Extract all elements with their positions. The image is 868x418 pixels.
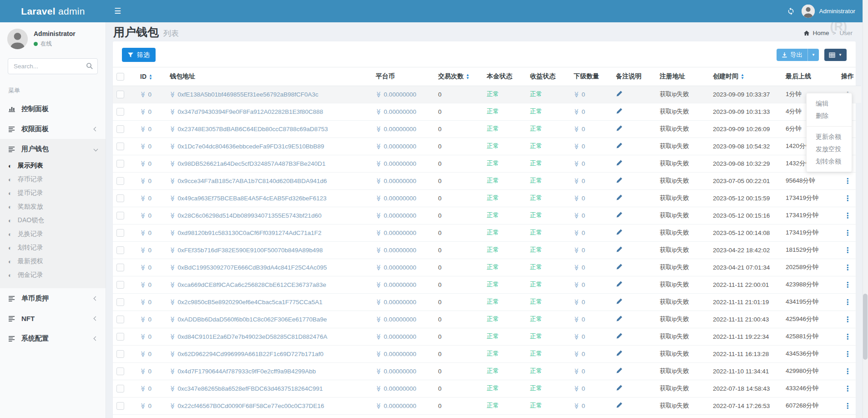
expand-chevron-icon[interactable]: ≫ <box>140 351 146 357</box>
edit-note-icon[interactable] <box>616 195 623 202</box>
edit-note-icon[interactable] <box>616 161 623 168</box>
row-checkbox[interactable] <box>116 402 124 410</box>
expand-chevron-icon[interactable]: ≫ <box>169 333 176 340</box>
row-checkbox[interactable] <box>116 385 124 393</box>
row-checkbox[interactable] <box>116 333 124 341</box>
filter-button[interactable]: 筛选 <box>122 48 156 62</box>
expand-chevron-icon[interactable]: ≫ <box>375 264 382 270</box>
expand-chevron-icon[interactable]: ≫ <box>169 108 176 115</box>
expand-chevron-icon[interactable]: ≫ <box>140 195 146 201</box>
expand-chevron-icon[interactable]: ≫ <box>573 229 580 236</box>
edit-note-icon[interactable] <box>616 178 623 185</box>
expand-chevron-icon[interactable]: ≫ <box>140 143 146 149</box>
expand-chevron-icon[interactable]: ≫ <box>169 351 176 357</box>
row-checkbox[interactable] <box>116 246 124 254</box>
expand-chevron-icon[interactable]: ≫ <box>375 403 382 409</box>
expand-chevron-icon[interactable]: ≫ <box>375 178 382 184</box>
expand-chevron-icon[interactable]: ≫ <box>169 143 176 149</box>
row-checkbox[interactable] <box>116 91 124 98</box>
expand-chevron-icon[interactable]: ≫ <box>375 195 382 201</box>
row-checkbox[interactable] <box>116 350 124 358</box>
sort-created-at-button[interactable]: ▲▼ <box>741 73 744 80</box>
edit-note-icon[interactable] <box>616 282 623 289</box>
expand-chevron-icon[interactable]: ≫ <box>140 247 146 253</box>
expand-chevron-icon[interactable]: ≫ <box>375 247 382 253</box>
expand-chevron-icon[interactable]: ≫ <box>573 299 580 305</box>
expand-chevron-icon[interactable]: ≫ <box>573 195 580 201</box>
expand-chevron-icon[interactable]: ≫ <box>140 333 146 340</box>
expand-chevron-icon[interactable]: ≫ <box>169 368 176 374</box>
expand-chevron-icon[interactable]: ≫ <box>140 178 146 184</box>
expand-chevron-icon[interactable]: ≫ <box>573 333 580 340</box>
row-actions-button[interactable]: ⋮ <box>841 281 854 289</box>
expand-chevron-icon[interactable]: ≫ <box>169 126 176 132</box>
row-actions-button[interactable]: ⋮ <box>841 246 854 254</box>
expand-chevron-icon[interactable]: ≫ <box>573 126 580 132</box>
expand-chevron-icon[interactable]: ≫ <box>375 108 382 115</box>
row-actions-button[interactable]: ⋮ <box>841 385 854 393</box>
expand-chevron-icon[interactable]: ≫ <box>169 385 176 392</box>
row-actions-button[interactable]: ⋮ <box>841 316 854 323</box>
edit-note-icon[interactable] <box>616 368 623 375</box>
expand-chevron-icon[interactable]: ≫ <box>140 281 146 288</box>
expand-chevron-icon[interactable]: ≫ <box>169 195 176 201</box>
column-selector-button[interactable]: ▼ <box>824 49 847 61</box>
expand-chevron-icon[interactable]: ≫ <box>140 264 146 270</box>
edit-note-icon[interactable] <box>616 386 623 393</box>
row-checkbox[interactable] <box>116 212 124 219</box>
sidebar-item-display-list[interactable]: ◐展示列表 <box>0 159 106 173</box>
expand-chevron-icon[interactable]: ≫ <box>573 178 580 184</box>
row-checkbox[interactable] <box>116 160 124 168</box>
row-checkbox[interactable] <box>116 194 124 202</box>
row-checkbox[interactable] <box>116 143 124 150</box>
sidebar-search-input[interactable] <box>8 58 98 74</box>
sidebar-item-dashboard[interactable]: 控制面板 <box>0 99 106 119</box>
sidebar-item-exchange-records[interactable]: ◐兑换记录 <box>0 227 106 241</box>
edit-note-icon[interactable] <box>616 351 623 358</box>
row-actions-button[interactable]: ⋮ <box>841 333 854 341</box>
row-actions-button[interactable]: ⋮ <box>841 367 854 375</box>
expand-chevron-icon[interactable]: ≫ <box>573 316 580 322</box>
expand-chevron-icon[interactable]: ≫ <box>375 299 382 305</box>
expand-chevron-icon[interactable]: ≫ <box>375 229 382 236</box>
expand-chevron-icon[interactable]: ≫ <box>573 108 580 115</box>
expand-chevron-icon[interactable]: ≫ <box>375 126 382 132</box>
action-edit[interactable]: 编辑 <box>807 97 852 110</box>
refresh-button[interactable] <box>787 7 795 15</box>
expand-chevron-icon[interactable]: ≫ <box>140 229 146 236</box>
row-checkbox[interactable] <box>116 264 124 271</box>
edit-note-icon[interactable] <box>616 403 623 410</box>
expand-chevron-icon[interactable]: ≫ <box>375 212 382 219</box>
expand-chevron-icon[interactable]: ≫ <box>375 368 382 374</box>
expand-chevron-icon[interactable]: ≫ <box>140 91 146 97</box>
expand-chevron-icon[interactable]: ≫ <box>375 143 382 149</box>
export-caret-button[interactable]: ▼ <box>807 49 819 61</box>
expand-chevron-icon[interactable]: ≫ <box>573 264 580 270</box>
breadcrumb-home-link[interactable]: Home <box>803 30 829 36</box>
user-menu[interactable]: Administrator <box>802 5 855 18</box>
expand-chevron-icon[interactable]: ≫ <box>573 281 580 288</box>
sort-tx-count-button[interactable]: ▲▼ <box>466 73 469 80</box>
expand-chevron-icon[interactable]: ≫ <box>375 91 382 97</box>
row-actions-button[interactable]: ⋮ <box>841 194 854 202</box>
expand-chevron-icon[interactable]: ≫ <box>573 212 580 219</box>
sidebar-item-system-config[interactable]: 系统配置 <box>0 328 106 348</box>
edit-note-icon[interactable] <box>616 230 623 237</box>
sidebar-item-permissions[interactable]: 权限面板 <box>0 119 106 139</box>
expand-chevron-icon[interactable]: ≫ <box>169 212 176 219</box>
edit-note-icon[interactable] <box>616 143 623 150</box>
action-transfer-balance[interactable]: 划转余额 <box>807 155 852 168</box>
expand-chevron-icon[interactable]: ≫ <box>573 247 580 253</box>
expand-chevron-icon[interactable]: ≫ <box>169 229 176 236</box>
expand-chevron-icon[interactable]: ≫ <box>573 91 580 97</box>
edit-note-icon[interactable] <box>616 126 623 133</box>
expand-chevron-icon[interactable]: ≫ <box>169 247 176 253</box>
action-airdrop[interactable]: 发放空投 <box>807 143 852 155</box>
expand-chevron-icon[interactable]: ≫ <box>169 91 176 97</box>
action-update-balance[interactable]: 更新余额 <box>807 131 852 143</box>
expand-chevron-icon[interactable]: ≫ <box>573 368 580 374</box>
edit-note-icon[interactable] <box>616 299 623 306</box>
sidebar-item-dao-lock[interactable]: ◐DAO锁仓 <box>0 214 106 227</box>
sidebar-item-single-coin-staking[interactable]: 单币质押 <box>0 288 106 308</box>
expand-chevron-icon[interactable]: ≫ <box>140 160 146 167</box>
